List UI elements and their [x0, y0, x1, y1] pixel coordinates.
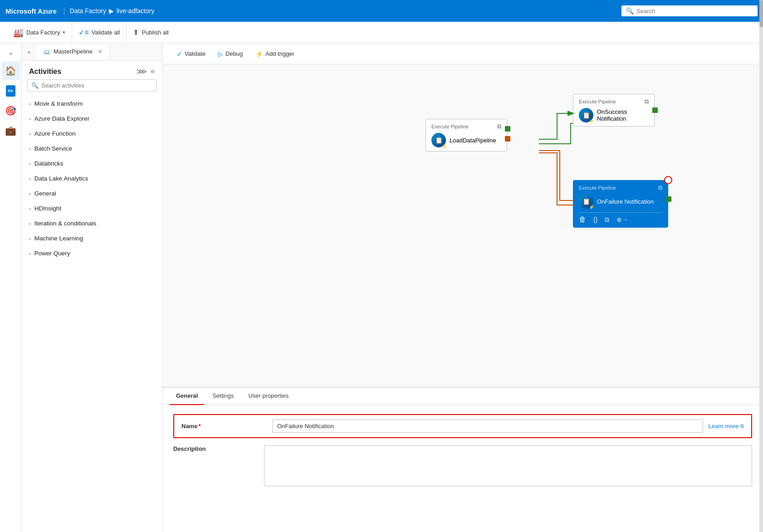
debug-label: Debug — [225, 50, 243, 57]
name-input[interactable] — [272, 420, 703, 433]
move-action-icon[interactable]: ⊕→ — [616, 216, 628, 223]
activity-item-data-lake-analytics[interactable]: › Data Lake Analytics — [22, 171, 162, 186]
node-header: Execute Pipeline ⧉ — [579, 184, 662, 191]
node-body: 📋 ⚡ LoadDataPipeline — [431, 133, 501, 147]
activity-label: Data Lake Analytics — [34, 175, 88, 182]
name-field-wrapper: Name* Learn more ⧉ — [173, 414, 752, 438]
description-input-wrap — [264, 445, 752, 488]
delete-action-icon[interactable]: 🗑 — [579, 215, 586, 224]
code-action-icon[interactable]: {} — [593, 216, 597, 223]
tab-user-properties[interactable]: User properties — [242, 388, 295, 405]
expand-icon[interactable]: » — [6, 49, 15, 58]
load-data-pipeline-node[interactable]: Execute Pipeline ⧉ 📋 ⚡ LoadDataPipeline — [426, 119, 507, 151]
content-area: ✓ Validate ▷ Debug ⚡ Add trigger — [162, 44, 763, 532]
canvas-toolbar: ✓ Validate ▷ Debug ⚡ Add trigger — [162, 44, 763, 64]
master-pipeline-tab[interactable]: 🗂 MasterPipeline ✕ — [36, 44, 110, 60]
activity-item-azure-data-explorer[interactable]: › Azure Data Explorer — [22, 111, 162, 126]
activity-item-general[interactable]: › General — [22, 186, 162, 201]
chevron-icon: › — [29, 236, 31, 241]
trigger-icon: ⚡ — [255, 50, 263, 58]
chevron-icon: › — [29, 161, 31, 166]
chevron-icon: › — [29, 191, 31, 196]
pipeline-tab-close[interactable]: ✕ — [98, 49, 103, 55]
bottom-tabs: General Settings User properties — [162, 388, 763, 405]
node-header: Execute Pipeline ⧉ — [431, 123, 501, 130]
home-button[interactable]: 🏠 — [2, 62, 20, 80]
icon-sidebar: » 🏠 ✏ 🎯 💼 — [0, 44, 22, 532]
expand-panel-button[interactable]: » — [22, 44, 36, 60]
node-body: 📋 ⚡ OnSuccessNotification — [579, 108, 649, 122]
expand-all-icon[interactable]: ⋙ — [137, 67, 147, 76]
activities-panel: » 🗂 MasterPipeline ✕ Activities ⋙ « 🔍 › — [22, 44, 162, 532]
activity-item-batch-service[interactable]: › Batch Service — [22, 141, 162, 156]
node-name: OnFailure Notification — [597, 198, 654, 205]
activity-item-move-transform[interactable]: › Move & transform — [22, 96, 162, 111]
node-body: 📋 ⚡ OnFailure Notification — [579, 194, 662, 209]
external-link-icon[interactable]: ⧉ — [497, 123, 501, 130]
on-success-node[interactable]: Execute Pipeline ⧉ 📋 ⚡ OnSuccessNotifica… — [573, 94, 655, 127]
search-input[interactable] — [636, 8, 753, 15]
bottom-content: Name* Learn more ⧉ Description — [162, 405, 763, 532]
external-link-icon: ⧉ — [740, 423, 744, 429]
validate-all-button[interactable]: ✓≡ Validate all — [72, 22, 127, 43]
add-trigger-button[interactable]: ⚡ Add trigger — [250, 48, 300, 60]
node-header-text: Execute Pipeline — [579, 99, 616, 104]
chevron-icon: › — [29, 251, 31, 256]
chevron-icon: › — [29, 116, 31, 122]
pencil-button[interactable]: ✏ — [2, 82, 20, 100]
breadcrumb-service[interactable]: Data Factory — [70, 7, 106, 15]
activities-header: Activities ⋙ « — [22, 61, 162, 79]
description-textarea[interactable] — [264, 445, 752, 486]
data-factory-label: Data Factory — [26, 29, 60, 36]
activity-label: HDInsight — [34, 205, 61, 212]
pipeline-tab-bar: » 🗂 MasterPipeline ✕ — [22, 44, 162, 61]
learn-more-link[interactable]: Learn more ⧉ — [709, 423, 744, 430]
monitor-button[interactable]: 🎯 — [2, 102, 20, 120]
breadcrumb-item: live-adfactory — [117, 7, 154, 15]
tab-settings[interactable]: Settings — [206, 388, 240, 405]
activity-item-hdinsight[interactable]: › HDInsight — [22, 201, 162, 216]
scrollbar[interactable] — [759, 0, 763, 532]
activities-header-icons: ⋙ « — [137, 67, 155, 76]
chevron-icon: › — [29, 101, 31, 107]
node-pipeline-icon: 📋 ⚡ — [579, 108, 593, 122]
collapse-icon[interactable]: « — [151, 67, 155, 76]
search-box[interactable]: 🔍 — [621, 5, 758, 16]
copy-action-icon[interactable]: ⧉ — [605, 216, 609, 224]
activity-item-databricks[interactable]: › Databricks — [22, 156, 162, 171]
node-header: Execute Pipeline ⧉ — [579, 98, 649, 105]
node-header-text: Execute Pipeline — [579, 185, 616, 190]
activity-item-machine-learning[interactable]: › Machine Learning — [22, 231, 162, 246]
main-toolbar: 🏭 Data Factory ▾ ✓≡ Validate all ⬆ Publi… — [0, 22, 763, 44]
publish-all-label: Publish all — [142, 29, 168, 36]
node-pipeline-icon: 📋 ⚡ — [431, 133, 446, 147]
publish-icon: ⬆ — [133, 28, 139, 37]
scrollbar-thumb[interactable] — [759, 0, 763, 27]
pipeline-canvas[interactable]: Execute Pipeline ⧉ 📋 ⚡ LoadDataPipeline — [162, 64, 763, 387]
activity-label: Move & transform — [34, 100, 83, 107]
briefcase-icon: 💼 — [5, 125, 16, 136]
learn-more-label: Learn more — [709, 423, 739, 430]
chevron-icon: › — [29, 131, 31, 137]
debug-button[interactable]: ▷ Debug — [213, 48, 248, 60]
briefcase-button[interactable]: 💼 — [2, 122, 20, 140]
top-bar: Microsoft Azure Data Factory ▶ live-adfa… — [0, 0, 763, 22]
activity-item-power-query[interactable]: › Power Query — [22, 246, 162, 261]
factory-icon: 🏭 — [14, 28, 24, 38]
activity-label: General — [34, 190, 56, 197]
data-factory-toolbar-item[interactable]: 🏭 Data Factory ▾ — [7, 22, 72, 43]
activity-item-iteration-conditionals[interactable]: › Iteration & conditionals — [22, 216, 162, 231]
activity-item-azure-function[interactable]: › Azure Function — [22, 126, 162, 141]
publish-all-button[interactable]: ⬆ Publish all — [127, 22, 175, 43]
external-link-icon[interactable]: ⧉ — [645, 98, 649, 105]
tab-general-label: General — [176, 392, 198, 399]
external-link-icon[interactable]: ⧉ — [658, 184, 662, 191]
validate-all-label: Validate all — [92, 29, 120, 36]
activities-search-box[interactable]: 🔍 — [27, 79, 157, 92]
tab-general[interactable]: General — [170, 388, 204, 405]
on-failure-node[interactable]: Execute Pipeline ⧉ 📋 ⚡ OnFailure Notific… — [573, 180, 668, 228]
activities-search-input[interactable] — [41, 82, 152, 89]
validate-button[interactable]: ✓ Validate — [171, 48, 211, 60]
right-connector — [666, 196, 671, 202]
name-label: Name* — [181, 423, 272, 430]
